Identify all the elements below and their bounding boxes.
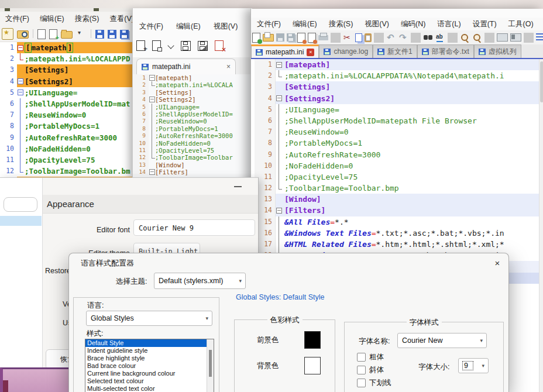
menu-item[interactable]: 编辑(E) <box>35 14 70 24</box>
save-icon[interactable] <box>95 30 104 39</box>
scrollbar-thumb[interactable] <box>540 61 543 102</box>
fold-marker-icon[interactable] <box>276 160 284 171</box>
language-select[interactable]: Global Styles ▾ <box>86 311 212 326</box>
menu-item[interactable]: 编码(N) <box>395 19 431 29</box>
menu-item[interactable]: 视图(V) <box>359 19 395 29</box>
menu-item[interactable]: 设置(T) <box>467 19 503 29</box>
undo-icon[interactable] <box>386 33 396 43</box>
menu-item[interactable]: 语言(L) <box>431 19 466 29</box>
toolbar-separator[interactable] <box>524 33 534 43</box>
menu-item[interactable]: 编辑(E) <box>287 19 323 29</box>
recent-files-chevron-icon[interactable] <box>168 40 174 51</box>
menu-item[interactable]: 工具(O) <box>503 19 539 29</box>
open-file-icon[interactable] <box>152 40 161 51</box>
open-folder-icon[interactable] <box>61 31 73 39</box>
menu-item[interactable]: 文件(F) <box>251 19 287 29</box>
fold-marker-icon[interactable] <box>276 149 284 160</box>
font-name-select[interactable]: Courier New ▾ <box>397 333 487 348</box>
editor-scrollbar[interactable] <box>539 59 543 392</box>
toolbar-separator[interactable] <box>484 33 494 43</box>
style-list-item[interactable]: Brace highlight style <box>85 355 214 362</box>
close-all-icon[interactable] <box>308 33 316 43</box>
document-tab[interactable]: matepath.ini × <box>251 44 319 58</box>
fold-marker-icon[interactable] <box>276 183 284 194</box>
save-icon[interactable] <box>276 33 284 42</box>
fold-marker-icon[interactable] <box>17 53 25 64</box>
new-file-icon[interactable] <box>37 29 46 39</box>
find-icon[interactable] <box>423 33 433 43</box>
fold-marker-icon[interactable] <box>17 98 25 109</box>
fold-marker-icon[interactable] <box>149 81 155 88</box>
foreground-color-swatch[interactable] <box>304 331 321 349</box>
menu-item[interactable]: 编辑(E) <box>170 22 207 32</box>
fold-marker-icon[interactable] <box>276 93 284 104</box>
fold-marker-icon[interactable] <box>149 96 155 103</box>
fold-marker-icon[interactable] <box>17 64 25 75</box>
fold-marker-icon[interactable] <box>17 143 25 154</box>
favorites-star-icon[interactable] <box>2 28 13 40</box>
menu-item[interactable]: 文件(F) <box>0 14 35 24</box>
new-file-icon[interactable] <box>252 33 260 43</box>
toolbar-separator[interactable] <box>33 29 33 38</box>
toolbar-separator[interactable] <box>331 33 341 43</box>
toolbar-separator[interactable] <box>374 33 384 43</box>
copy-icon[interactable] <box>355 33 362 42</box>
checkbox-icon[interactable] <box>357 353 366 362</box>
zoom-out-icon[interactable] <box>472 33 482 43</box>
menu-item[interactable]: 搜索(S) <box>323 19 359 29</box>
document-tab[interactable]: 新文件1 <box>373 44 417 58</box>
tab-close-icon[interactable]: × <box>226 63 231 71</box>
menu-item[interactable]: 视图(V) <box>207 22 245 32</box>
menu-item[interactable]: 文件(F) <box>133 22 170 32</box>
fold-marker-icon[interactable] <box>149 74 155 81</box>
save-as-icon[interactable] <box>198 41 208 51</box>
fold-marker-icon[interactable] <box>276 70 284 81</box>
fold-marker-icon[interactable] <box>276 59 284 70</box>
scrollbar-thumb[interactable] <box>209 350 212 377</box>
fold-marker-icon[interactable] <box>276 239 284 250</box>
save-icon[interactable] <box>181 41 191 51</box>
word-wrap-icon[interactable] <box>536 33 543 42</box>
save-all-icon[interactable] <box>120 30 129 39</box>
fold-marker-icon[interactable] <box>149 154 155 161</box>
fold-marker-icon[interactable] <box>276 216 284 228</box>
style-listbox[interactable]: Default StyleIndent guideline styleBrace… <box>85 339 214 392</box>
replace-icon[interactable] <box>435 33 445 43</box>
fold-marker-icon[interactable] <box>276 126 284 137</box>
font-style-checkbox[interactable]: 粗体 <box>357 352 391 362</box>
print-icon[interactable] <box>318 35 328 40</box>
save-as-icon[interactable] <box>108 30 116 39</box>
background-color-swatch[interactable] <box>304 357 321 374</box>
minimize-icon[interactable] <box>234 186 242 187</box>
fold-marker-icon[interactable] <box>276 205 284 216</box>
sidebar-search-input[interactable] <box>4 197 37 212</box>
doc-map-icon[interactable] <box>510 33 521 42</box>
style-list[interactable]: Default StyleIndent guideline styleBrace… <box>85 339 214 392</box>
fold-marker-icon[interactable] <box>149 140 155 147</box>
fold-marker-icon[interactable] <box>149 89 155 96</box>
save-all-icon[interactable] <box>287 33 295 42</box>
fold-marker-icon[interactable] <box>149 161 155 169</box>
style-list-item[interactable]: Current line background colour <box>85 370 214 377</box>
editor-font-field[interactable]: Courier New 9 <box>133 219 255 236</box>
style-list-item[interactable]: Selected text colour <box>85 377 214 385</box>
zoom-in-icon[interactable] <box>460 33 470 43</box>
cut-icon[interactable] <box>343 33 353 43</box>
fold-marker-icon[interactable] <box>149 132 155 139</box>
checkbox-icon[interactable] <box>357 379 366 387</box>
style-list-item[interactable]: Indent guideline style <box>85 347 214 355</box>
open-file-icon[interactable] <box>263 34 274 42</box>
fold-marker-icon[interactable] <box>149 147 155 154</box>
open-dropdown-icon[interactable] <box>76 29 87 39</box>
browse-search-icon[interactable] <box>17 30 29 39</box>
new-file-plus-icon[interactable] <box>49 29 57 39</box>
paste-icon[interactable] <box>365 33 372 42</box>
font-style-checkbox[interactable]: 斜体 <box>357 365 391 374</box>
close-file-icon[interactable] <box>215 40 224 51</box>
fold-marker-icon[interactable] <box>149 104 155 111</box>
fold-marker-icon[interactable] <box>276 171 284 183</box>
fold-marker-icon[interactable] <box>17 121 25 132</box>
redo-icon[interactable] <box>398 33 408 43</box>
fold-marker-icon[interactable] <box>149 125 155 132</box>
toolbar-separator[interactable] <box>411 33 421 43</box>
